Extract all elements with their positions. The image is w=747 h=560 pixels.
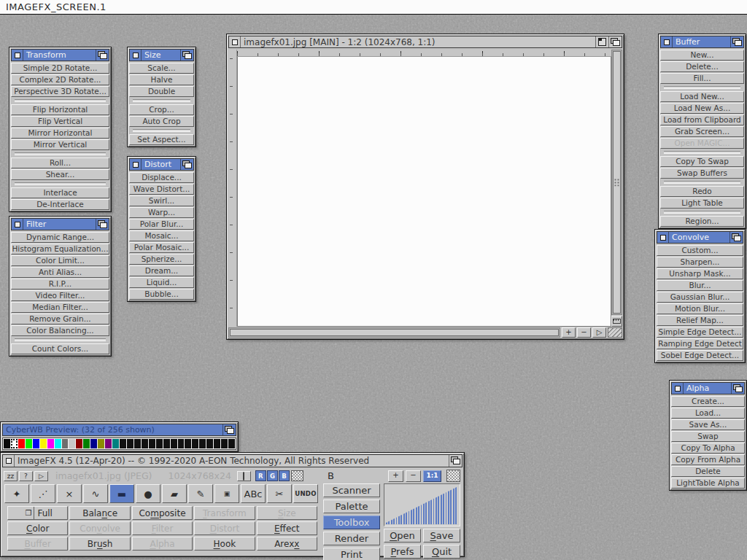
panel-button[interactable]: Displace...: [129, 172, 194, 183]
color-swatch[interactable]: [163, 439, 170, 448]
panel-button[interactable]: Light Table: [660, 198, 744, 209]
arexx-button[interactable]: Arexx: [257, 537, 317, 551]
panel-button[interactable]: Redo: [660, 186, 744, 197]
ruler-toggle-button[interactable]: [611, 316, 622, 327]
panel-button[interactable]: Mirror Vertical: [11, 139, 109, 150]
color-swatch[interactable]: [18, 439, 25, 448]
toolbar-titlebar[interactable]: ImageFX 4.5 (12-Apr-20) -- © 1992-2020 A…: [2, 454, 462, 467]
panel-button[interactable]: Sobel Edge Detect...: [657, 350, 743, 361]
box-tool[interactable]: ▬: [109, 484, 134, 503]
panel-button[interactable]: Motion Blur...: [657, 303, 743, 314]
panel-button[interactable]: Ramping Edge Detect: [657, 338, 743, 349]
effect-button[interactable]: Effect: [257, 521, 317, 535]
panel-button[interactable]: Copy To Alpha: [671, 443, 745, 454]
depth-gadget[interactable]: [180, 159, 193, 170]
panel-button[interactable]: Count Colors...: [11, 343, 109, 354]
panel-button[interactable]: Simple Edge Detect...: [657, 327, 743, 338]
panel-button[interactable]: Custom...: [657, 245, 743, 256]
color-swatch[interactable]: [149, 439, 155, 448]
panel-button[interactable]: De-Interlace: [11, 199, 109, 210]
transform-button[interactable]: Transform: [194, 506, 255, 520]
panel-button[interactable]: Flip Horizontal: [11, 104, 109, 115]
panel-button[interactable]: Swirl...: [129, 195, 194, 206]
panel-button[interactable]: Relief Map...: [657, 315, 743, 326]
panel-button[interactable]: R.I.P...: [11, 279, 109, 289]
color-swatch[interactable]: [178, 439, 185, 448]
panel-button[interactable]: Perspective 3D Rotate...: [11, 86, 109, 97]
zoom-actual-button[interactable]: 1:1: [423, 470, 441, 482]
color-swatch[interactable]: [26, 439, 32, 448]
depth-gadget[interactable]: [608, 36, 622, 47]
full-button[interactable]: ❐Full: [7, 506, 68, 520]
panel-button[interactable]: Median Filter...: [11, 302, 109, 313]
render-button[interactable]: Render: [323, 532, 380, 545]
panel-button[interactable]: Dynamic Range...: [11, 232, 109, 243]
close-gadget[interactable]: [229, 36, 241, 47]
convolve-button[interactable]: Convolve: [69, 521, 130, 535]
color-swatch[interactable]: [105, 439, 112, 448]
panel-button[interactable]: Open MAGIC...: [660, 138, 744, 149]
panel-button[interactable]: Copy To Swap: [660, 156, 744, 167]
alpha-titlebar[interactable]: Alpha: [671, 382, 745, 394]
text-tool[interactable]: ABc: [241, 484, 266, 503]
stamp-tool[interactable]: ▣: [214, 484, 239, 503]
panel-button[interactable]: Warp...: [129, 207, 194, 218]
airbrush-tool[interactable]: ⋰: [31, 484, 55, 503]
panel-button[interactable]: Load from Clipboard: [660, 114, 744, 125]
pattern-swatch[interactable]: [446, 470, 460, 482]
panel-button[interactable]: Complex 2D Rotate...: [11, 74, 109, 85]
panel-button[interactable]: Sharpen...: [657, 257, 743, 268]
close-gadget[interactable]: [661, 36, 673, 47]
color-swatch[interactable]: [142, 439, 148, 448]
color-swatch[interactable]: [62, 439, 69, 448]
panel-button[interactable]: Color Balancing...: [11, 325, 109, 336]
color-swatch[interactable]: [40, 439, 47, 448]
quit-button[interactable]: Quit: [423, 545, 460, 559]
zoom-out-button[interactable]: −: [577, 327, 591, 338]
oval-tool[interactable]: ●: [136, 484, 160, 503]
panel-button[interactable]: Polar Mosaic...: [129, 242, 194, 253]
hook-button[interactable]: Hook: [194, 537, 255, 551]
palette-button[interactable]: Palette: [323, 499, 380, 513]
color-swatch[interactable]: [4, 439, 10, 448]
buffer-titlebar[interactable]: Buffer: [660, 36, 744, 48]
buffer-button[interactable]: Buffer: [7, 537, 68, 551]
zoom-in-button[interactable]: +: [562, 327, 576, 338]
panel-button[interactable]: Grab Screen...: [660, 126, 744, 137]
crop-tool[interactable]: ✂: [267, 484, 292, 503]
panel-button[interactable]: Blur...: [657, 280, 743, 291]
balance-button[interactable]: Balance: [69, 506, 130, 520]
depth-gadget[interactable]: [222, 424, 236, 435]
depth-gadget[interactable]: [449, 455, 462, 467]
panel-button[interactable]: Color Limit...: [11, 255, 109, 266]
toolbox-button[interactable]: Toolbox: [323, 516, 380, 529]
brush-button[interactable]: Brush: [69, 537, 130, 551]
close-gadget[interactable]: [12, 219, 23, 230]
panel-button[interactable]: Flip Vertical: [11, 116, 109, 127]
pan-button[interactable]: ▷: [592, 327, 606, 338]
panel-button[interactable]: Halve: [129, 74, 194, 85]
open-button[interactable]: Open: [384, 529, 421, 542]
color-swatch[interactable]: [98, 439, 104, 448]
close-gadget[interactable]: [657, 232, 669, 243]
panel-button[interactable]: Liquid...: [129, 277, 194, 288]
zoom-out-button[interactable]: −: [406, 470, 421, 482]
vertical-scroll-thumb[interactable]: [613, 51, 621, 314]
print-button[interactable]: Print: [323, 548, 380, 560]
close-gadget[interactable]: [130, 50, 142, 61]
polygon-tool[interactable]: ▰: [162, 484, 187, 503]
color-swatch[interactable]: [156, 439, 163, 448]
blue-channel-toggle[interactable]: B: [279, 470, 290, 481]
vertical-scrollbar[interactable]: [611, 50, 622, 315]
arexx-run-button[interactable]: ▷: [34, 471, 48, 481]
color-swatch[interactable]: [199, 439, 206, 448]
close-gadget[interactable]: [130, 159, 142, 170]
help-button[interactable]: ?: [19, 471, 33, 481]
panel-button[interactable]: Fill...: [660, 73, 744, 84]
panel-button[interactable]: Copy From Alpha: [671, 454, 745, 465]
close-gadget[interactable]: [12, 50, 23, 61]
convolve-titlebar[interactable]: Convolve: [657, 231, 743, 244]
resize-corner[interactable]: [608, 327, 622, 338]
panel-button[interactable]: Simple 2D Rotate...: [11, 63, 109, 74]
line-tool[interactable]: ×: [57, 484, 82, 503]
